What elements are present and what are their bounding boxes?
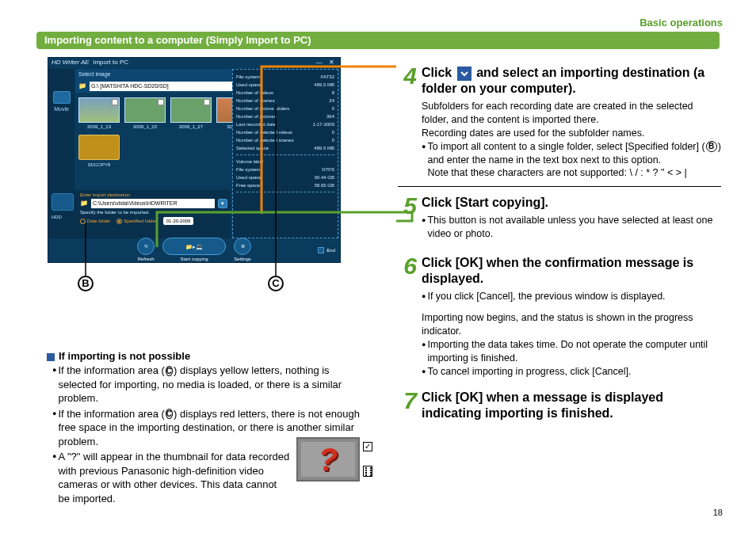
step-number: 5 [398, 195, 417, 241]
list-item: A "?" will appear in the thumbnail for d… [52, 450, 290, 505]
step-description: Recording dates are used for the subfold… [422, 127, 721, 140]
step-5: 5 Click [Start copying]. This button is … [398, 195, 721, 241]
step-separator [398, 186, 721, 187]
step-7: 7 Click [OK] when a message is displayed… [398, 390, 721, 424]
step-number: 7 [398, 390, 417, 424]
marker-c-inline: C [166, 409, 173, 419]
page-number: 18 [713, 507, 723, 519]
step-title: Click and select an importing destinatio… [422, 65, 721, 97]
step-description: Importing now begins, and the status is … [422, 311, 721, 338]
marker-c-inline: C [166, 366, 173, 376]
chevron-down-icon [457, 67, 472, 81]
list-item: This button is not available unless you … [422, 214, 721, 241]
question-thumbnail: ? [296, 437, 360, 482]
film-icon [363, 466, 372, 477]
marker-c: C [268, 276, 284, 291]
step-4: 4 Click and select an importing destinat… [398, 65, 721, 180]
list-item: To cancel importing in progress, click [… [422, 365, 721, 379]
step-title: Click [OK] when the confirmation message… [422, 255, 721, 287]
if-importing-list: If the information area (C) displays yel… [52, 364, 366, 507]
marker-b: B [78, 276, 94, 291]
steps-column: 4 Click and select an importing destinat… [398, 65, 721, 431]
thumb-checkbox [363, 442, 372, 451]
section-title-bar: Importing content to a computer (Simply … [36, 32, 720, 49]
header-category: Basic operations [640, 16, 723, 30]
step-number: 6 [398, 255, 417, 379]
list-item: If the information area (C) displays yel… [52, 364, 366, 405]
step-title: Click [OK] when a message is displayed i… [422, 390, 721, 421]
step-title: Click [Start copying]. [422, 195, 721, 211]
callout-lines [48, 57, 428, 295]
step-6: 6 Click [OK] when the confirmation messa… [398, 255, 721, 379]
list-item: If you click [Cancel], the previous wind… [422, 290, 721, 303]
list-item: To import all content to a single folder… [422, 140, 721, 181]
step-number: 4 [398, 65, 417, 180]
marker-b-inline: B [706, 141, 717, 152]
list-item: Importing the data takes time. Do not op… [422, 338, 721, 365]
step-description: Subfolders for each recording date are c… [422, 100, 721, 127]
if-importing-heading: If importing is not possible [47, 349, 190, 364]
question-mark-icon: ? [319, 438, 338, 481]
